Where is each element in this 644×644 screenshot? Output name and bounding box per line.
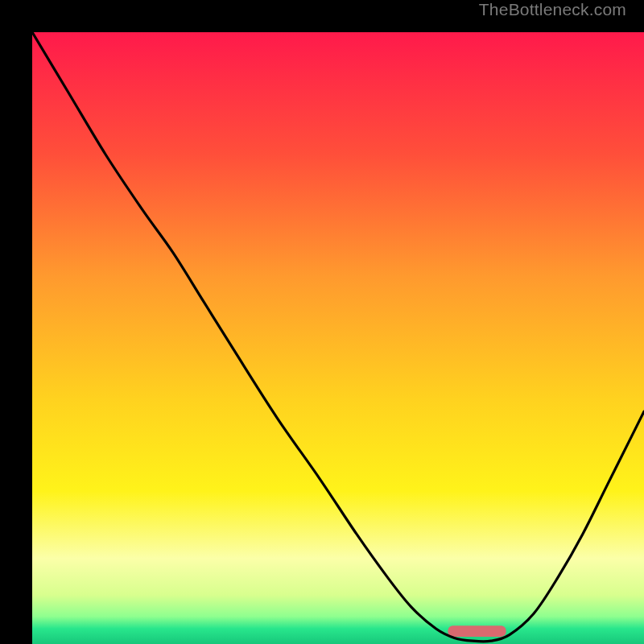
plot-area: [32, 32, 644, 644]
chart-frame: [16, 16, 628, 628]
gradient-background: [32, 32, 644, 644]
optimal-range-marker: [448, 625, 506, 637]
bottleneck-chart: [32, 32, 644, 644]
watermark-label: TheBottleneck.com: [479, 0, 626, 19]
